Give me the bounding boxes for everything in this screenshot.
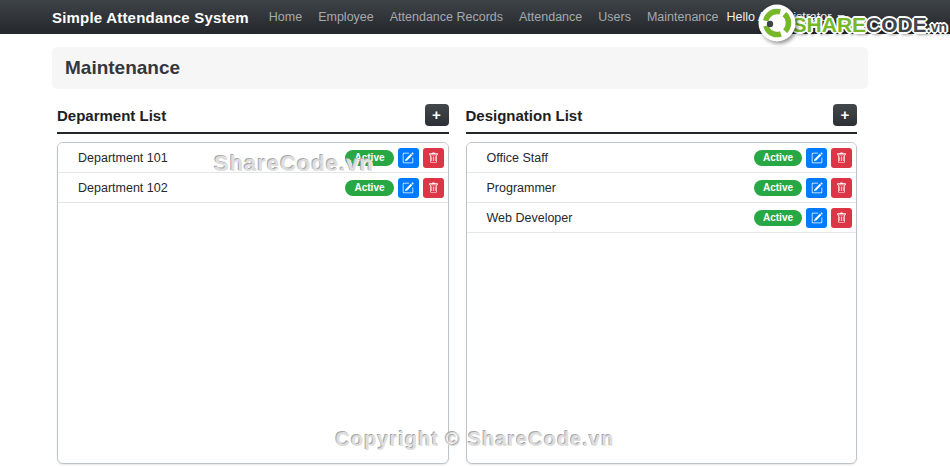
trash-icon — [836, 212, 847, 224]
item-name: Department 101 — [78, 151, 168, 165]
add-designation-button[interactable]: + — [833, 104, 857, 126]
list-item[interactable]: Department 101 Active — [58, 143, 448, 173]
row-actions: Active — [345, 178, 443, 198]
department-list: Department 101 Active Department 102 Act… — [57, 142, 449, 464]
delete-button[interactable] — [423, 178, 444, 198]
designation-list-title: Designation List — [466, 107, 583, 124]
nav-links: Home Employee Attendance Records Attenda… — [261, 10, 727, 24]
status-badge: Active — [754, 180, 802, 196]
designation-list: Office Staff Active Programmer Active — [466, 142, 858, 464]
delete-button[interactable] — [423, 148, 444, 168]
page-header: Maintenance — [52, 47, 868, 89]
status-badge: Active — [345, 180, 393, 196]
nav-item-maintenance[interactable]: Maintenance — [639, 10, 727, 24]
edit-button[interactable] — [398, 148, 419, 168]
list-item[interactable]: Office Staff Active — [467, 143, 857, 173]
delete-button[interactable] — [831, 178, 852, 198]
list-item[interactable]: Programmer Active — [467, 173, 857, 203]
department-panel-header: Deparment List + — [57, 103, 449, 127]
edit-button[interactable] — [806, 148, 827, 168]
navbar: Simple Attendance System Home Employee A… — [0, 0, 950, 34]
designation-panel: Designation List + Office Staff Active P… — [466, 103, 858, 464]
main-content: Maintenance Deparment List + Department … — [0, 47, 950, 464]
user-greeting: Hello Administrator — [727, 10, 832, 24]
status-badge: Active — [345, 150, 393, 166]
edit-icon — [402, 182, 414, 194]
list-item[interactable]: Department 102 Active — [58, 173, 448, 203]
page-title: Maintenance — [65, 57, 180, 79]
nav-item-attendance-records[interactable]: Attendance Records — [382, 10, 511, 24]
department-list-title: Deparment List — [57, 107, 166, 124]
item-name: Department 102 — [78, 181, 168, 195]
trash-icon — [428, 152, 439, 164]
edit-icon — [811, 212, 823, 224]
caret-down-icon — [837, 15, 845, 19]
item-name: Office Staff — [487, 151, 548, 165]
nav-item-employee[interactable]: Employee — [310, 10, 382, 24]
status-badge: Active — [754, 150, 802, 166]
delete-button[interactable] — [831, 148, 852, 168]
title-divider — [57, 132, 449, 134]
add-department-button[interactable]: + — [425, 104, 449, 126]
trash-icon — [836, 152, 847, 164]
item-name: Web Developer — [487, 211, 573, 225]
edit-button[interactable] — [806, 178, 827, 198]
edit-icon — [402, 152, 414, 164]
edit-button[interactable] — [806, 208, 827, 228]
delete-button[interactable] — [831, 208, 852, 228]
trash-icon — [836, 182, 847, 194]
row-actions: Active — [754, 208, 852, 228]
list-item[interactable]: Web Developer Active — [467, 203, 857, 233]
trash-icon — [428, 182, 439, 194]
title-divider — [466, 132, 858, 134]
edit-button[interactable] — [398, 178, 419, 198]
row-actions: Active — [345, 148, 443, 168]
edit-icon — [811, 152, 823, 164]
designation-panel-header: Designation List + — [466, 103, 858, 127]
user-dropdown[interactable]: Hello Administrator — [727, 10, 846, 24]
nav-item-users[interactable]: Users — [590, 10, 639, 24]
app-brand[interactable]: Simple Attendance System — [52, 9, 249, 26]
row-actions: Active — [754, 178, 852, 198]
item-name: Programmer — [487, 181, 556, 195]
row-actions: Active — [754, 148, 852, 168]
department-panel: Deparment List + Department 101 Active D… — [57, 103, 449, 464]
edit-icon — [811, 182, 823, 194]
nav-item-attendance[interactable]: Attendance — [511, 10, 590, 24]
status-badge: Active — [754, 210, 802, 226]
nav-item-home[interactable]: Home — [261, 10, 310, 24]
panels-row: Deparment List + Department 101 Active D… — [57, 103, 857, 464]
